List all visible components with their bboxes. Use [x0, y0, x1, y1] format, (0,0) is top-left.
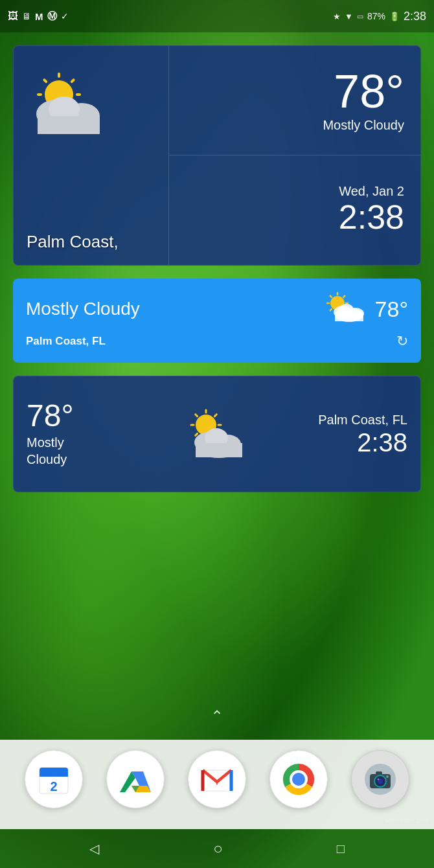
swipe-up-indicator[interactable]: ⌃	[211, 707, 223, 725]
svg-line-21	[330, 309, 331, 310]
watermark: www.frfam.com	[385, 817, 429, 824]
weather-widget-large[interactable]: Palm Coast, 78° Mostly Cloudy Wed, Jan 2…	[13, 45, 421, 266]
weather-widget-medium[interactable]: Mostly Cloudy	[13, 279, 421, 363]
motorola-icon2: Ⓜ	[47, 10, 57, 23]
widget3-condition: Mostly Cloudy	[27, 434, 111, 468]
widget2-icon-row: 78°	[323, 290, 408, 328]
svg-line-35	[196, 433, 198, 435]
svg-rect-44	[40, 771, 68, 777]
battery-icon: 🔋	[389, 12, 400, 21]
wifi-icon: ▼	[345, 12, 353, 21]
svg-line-33	[196, 415, 198, 417]
widget2-location: Palm Coast, FL	[26, 335, 106, 348]
svg-line-19	[330, 296, 331, 297]
widget1-temperature: 78°	[334, 68, 404, 115]
svg-point-67	[386, 775, 389, 778]
widget1-date: Wed, Jan 2	[339, 184, 404, 199]
widget2-weather-icon	[323, 290, 369, 328]
widget3-right: Palm Coast, FL 2:38	[318, 411, 407, 457]
weather-widget-small[interactable]: 78° Mostly Cloudy	[13, 376, 421, 492]
clock: 2:38	[404, 10, 426, 23]
motorola-icon1: M	[35, 11, 43, 22]
status-left-icons: 🖼 🖥 M Ⓜ ✓	[8, 10, 69, 23]
widget2-top: Mostly Cloudy	[26, 290, 408, 328]
svg-point-65	[378, 779, 380, 781]
app-calendar[interactable]: 2	[25, 750, 83, 808]
widget2-temperature: 78°	[375, 297, 408, 322]
widget3-left: 78° Mostly Cloudy	[27, 400, 111, 468]
widget2-condition: Mostly Cloudy	[26, 299, 140, 319]
dock-container: 2	[0, 740, 434, 868]
widget1-location: Palm Coast,	[27, 232, 119, 252]
status-right-icons: ★ ▼ ▭ 87% 🔋 2:38	[333, 10, 426, 23]
svg-line-5	[44, 80, 46, 82]
refresh-icon[interactable]: ↻	[396, 333, 408, 350]
dock-apps: 2	[13, 750, 421, 808]
chevron-up-icon: ⌃	[211, 707, 223, 725]
main-content: Palm Coast, 78° Mostly Cloudy Wed, Jan 2…	[0, 32, 434, 492]
svg-rect-66	[376, 771, 382, 775]
widget2-bottom: Palm Coast, FL ↻	[26, 333, 408, 350]
nav-bar: ◁ ○ □	[0, 829, 434, 868]
widget3-time: 2:38	[357, 428, 407, 457]
widget3-location: Palm Coast, FL	[318, 411, 407, 428]
back-button[interactable]: ◁	[89, 841, 99, 856]
svg-line-6	[72, 80, 74, 82]
widget1-time: 2:38	[339, 199, 404, 236]
svg-rect-27	[335, 313, 363, 321]
svg-rect-13	[38, 116, 100, 134]
widget1-condition: Mostly Cloudy	[323, 118, 404, 133]
check-icon: ✓	[61, 11, 69, 21]
status-bar: 🖼 🖥 M Ⓜ ✓ ★ ▼ ▭ 87% 🔋 2:38	[0, 0, 434, 32]
svg-marker-46	[120, 771, 135, 792]
svg-line-34	[214, 415, 216, 417]
svg-line-20	[343, 296, 345, 297]
app-drive[interactable]	[106, 750, 165, 808]
home-button[interactable]: ○	[213, 839, 223, 858]
dock: 2	[0, 740, 434, 829]
battery-percent: 87%	[367, 11, 385, 21]
recent-button[interactable]: □	[337, 841, 345, 856]
app-camera[interactable]	[351, 750, 409, 808]
svg-rect-41	[196, 443, 242, 457]
bluetooth-icon: ★	[333, 12, 341, 21]
widget1-location-cell: Palm Coast,	[14, 46, 169, 265]
svg-text:2: 2	[50, 779, 57, 794]
app-gmail[interactable]	[188, 750, 246, 808]
svg-point-59	[293, 774, 304, 784]
widget1-datetime-cell: Wed, Jan 2 2:38	[169, 155, 420, 265]
screen-icon: 🖥	[22, 11, 31, 21]
widget1-temp-cell: 78° Mostly Cloudy	[169, 46, 420, 155]
widget1-weather-icon	[20, 59, 124, 153]
app-chrome[interactable]	[269, 750, 328, 808]
widget3-weather-icon	[111, 400, 318, 468]
photo-icon: 🖼	[8, 10, 18, 22]
widget3-temperature: 78°	[27, 400, 111, 431]
signal-icon: ▭	[357, 12, 363, 21]
